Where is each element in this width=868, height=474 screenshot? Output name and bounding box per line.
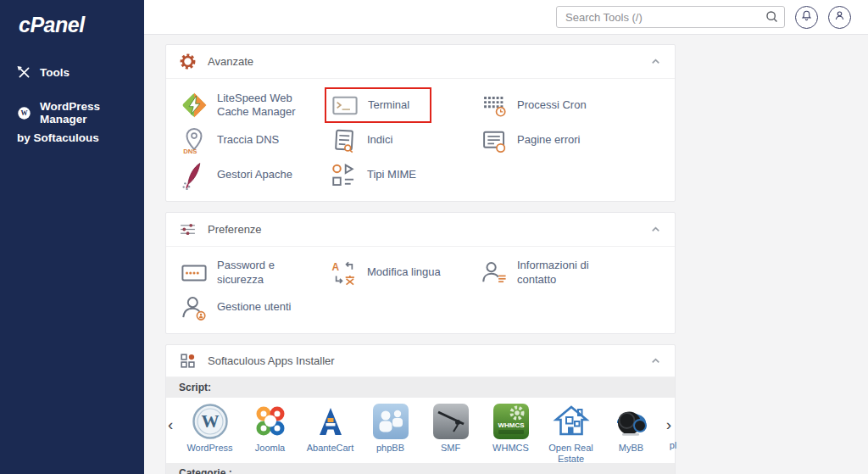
app-item-wordpress[interactable]: WWordPress: [180, 403, 240, 465]
app-item-mybb[interactable]: MyBB: [601, 403, 661, 465]
tool-item-informazioni-di-contatto[interactable]: Informazioni di contatto: [475, 255, 625, 290]
cpanel-logo[interactable]: cPanel: [19, 13, 144, 37]
app-item-joomla[interactable]: Joomla: [240, 403, 300, 465]
svg-text:W: W: [20, 109, 27, 117]
tool-item-label: Modifica lingua: [367, 265, 441, 279]
openrealestate-app-icon: [553, 403, 590, 440]
section-preferenze: Preferenze Password e sicurezzaAModifica…: [165, 212, 676, 334]
litespeed-icon: [180, 91, 209, 120]
terminal-icon: [331, 91, 359, 120]
password-icon: [180, 259, 209, 287]
language-icon: A: [330, 259, 359, 287]
svg-text:W: W: [201, 411, 219, 432]
app-item-label: SMF: [441, 443, 460, 454]
section-avanzate: Avanzate LiteSpeed Web Cache ManagerTerm…: [165, 44, 676, 202]
tool-item-gestione-utenti[interactable]: Gestione utenti: [175, 290, 325, 325]
sidebar-item-label: WordPress Manager: [40, 100, 144, 125]
tool-item-label: Pagine errori: [517, 133, 580, 147]
sidebar-item-label: Tools: [40, 66, 70, 79]
contact-icon: [480, 259, 509, 287]
apache-icon: [180, 161, 209, 190]
app-item-label: MyBB: [619, 443, 643, 454]
script-bar: Script:: [166, 377, 675, 398]
app-item-label: Open Real Estate: [541, 443, 601, 465]
whmcs-app-icon: WHMCS: [492, 403, 530, 440]
phpbb-app-icon: [372, 403, 409, 440]
chevron-up-icon[interactable]: [649, 354, 662, 367]
dns-icon: DNS: [180, 126, 209, 155]
gear-icon: [179, 53, 197, 70]
app-item-abantecart[interactable]: AbanteCart: [300, 403, 360, 465]
tool-item-indici[interactable]: Indici: [325, 123, 475, 158]
app-item-smf[interactable]: SMF: [420, 403, 481, 465]
search-icon[interactable]: [765, 9, 779, 24]
main-content: Avanzate LiteSpeed Web Cache ManagerTerm…: [144, 35, 868, 474]
app-item-pl[interactable]: pl: [661, 403, 685, 465]
sidebar-item-softaculous-sub: by Softaculous: [0, 131, 144, 144]
section-title: Softaculous Apps Installer: [208, 354, 335, 367]
mybb-app-icon: [613, 403, 650, 440]
avanzate-grid: LiteSpeed Web Cache ManagerTerminalProce…: [166, 79, 675, 201]
apps-grid-icon: [179, 352, 197, 370]
tool-item-label: LiteSpeed Web Cache Manager: [217, 92, 320, 120]
topbar: [144, 0, 868, 35]
app-item-label: Joomla: [255, 443, 285, 454]
tool-item-terminal[interactable]: Terminal: [325, 87, 431, 123]
cron-icon: [480, 91, 509, 120]
sidebar-item-tools[interactable]: Tools: [0, 65, 144, 80]
tool-item-label: Gestori Apache: [217, 168, 292, 181]
error-pages-icon: [480, 126, 509, 155]
search-input[interactable]: [556, 6, 785, 28]
section-title: Preferenze: [208, 223, 262, 236]
app-item-label: phpBB: [376, 443, 404, 454]
app-item-label: AbanteCart: [307, 443, 354, 454]
tool-item-modifica-lingua[interactable]: AModifica lingua: [325, 255, 475, 290]
section-softaculous-header[interactable]: Softaculous Apps Installer: [166, 345, 675, 377]
tools-icon: [17, 65, 31, 80]
tool-item-label: Indici: [367, 133, 392, 147]
abantecart-app-icon: [312, 403, 349, 440]
section-avanzate-header[interactable]: Avanzate: [166, 45, 675, 79]
sidebar-item-wordpress-manager[interactable]: W WordPress Manager: [0, 100, 144, 125]
joomla-app-icon: [252, 403, 289, 440]
preferenze-grid: Password e sicurezzaAModifica linguaInfo…: [166, 247, 675, 333]
bell-icon: [800, 9, 813, 25]
mime-icon: [330, 161, 359, 190]
svg-text:A: A: [332, 260, 340, 272]
index-icon: [330, 126, 359, 155]
sidebar: cPanel Tools W WordPress Manager by Soft…: [0, 0, 144, 474]
tool-item-gestori-apache[interactable]: Gestori Apache: [175, 158, 325, 192]
account-button[interactable]: [828, 6, 851, 29]
app-item-phpbb[interactable]: phpBB: [360, 403, 420, 465]
chevron-up-icon[interactable]: [649, 223, 662, 236]
apps-carousel: ‹ WWordPressJoomlaAbanteCartphpBBSMFWHMC…: [166, 398, 675, 463]
app-item-label: WHMCS: [492, 443, 529, 454]
section-title: Avanzate: [208, 55, 253, 68]
app-item-label: pl: [670, 440, 677, 451]
tool-item-password-e-sicurezza[interactable]: Password e sicurezza: [175, 255, 325, 290]
tool-item-processi-cron[interactable]: Processi Cron: [475, 87, 625, 123]
tool-item-tipi-mime[interactable]: Tipi MIME: [325, 158, 475, 192]
sliders-icon: [179, 220, 197, 238]
app-item-whmcs[interactable]: WHMCSWHMCS: [481, 403, 541, 465]
tool-item-label: Terminal: [368, 98, 409, 112]
chevron-up-icon[interactable]: [649, 55, 662, 68]
tool-item-pagine-errori[interactable]: Pagine errori: [475, 123, 625, 158]
carousel-left-arrow[interactable]: ‹: [168, 416, 173, 432]
section-softaculous: Softaculous Apps Installer Script: ‹ WWo…: [165, 344, 676, 474]
tool-item-label: Gestione utenti: [217, 300, 291, 314]
notifications-button[interactable]: [795, 6, 818, 29]
tool-item-litespeed-web-cache-manager[interactable]: LiteSpeed Web Cache Manager: [175, 87, 325, 123]
script-bar-label: Script:: [179, 382, 211, 393]
section-preferenze-header[interactable]: Preferenze: [166, 213, 675, 247]
app-item-open-real-estate[interactable]: Open Real Estate: [541, 403, 601, 465]
tool-item-label: Traccia DNS: [217, 133, 279, 147]
carousel-right-arrow[interactable]: ›: [666, 416, 671, 432]
wordpress-logo-icon: W: [17, 106, 31, 120]
tool-item-label: Processi Cron: [517, 98, 587, 112]
wordpress-app-icon: W: [192, 403, 229, 440]
users-icon: [180, 293, 209, 322]
smf-app-icon: [432, 403, 470, 440]
tool-item-traccia-dns[interactable]: DNSTraccia DNS: [175, 123, 325, 158]
tool-item-label: Tipi MIME: [367, 168, 416, 181]
